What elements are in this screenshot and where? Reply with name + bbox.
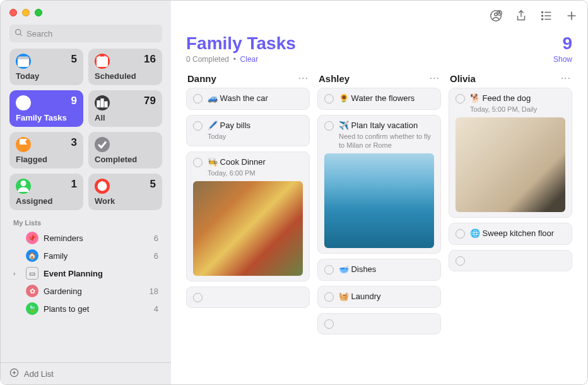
main-content: Family Tasks 9 0 Completed • Clear Show … <box>171 1 587 384</box>
list-header: Family Tasks 9 <box>171 31 587 55</box>
list-count: 18 <box>150 287 158 296</box>
reminder-card[interactable]: 🌐 Sweep kitchen floor <box>449 223 572 245</box>
list-title: Family Tasks <box>186 33 296 54</box>
share-people-icon[interactable] <box>489 9 503 23</box>
smart-card-assigned[interactable]: 1 Assigned <box>9 174 83 210</box>
search-input[interactable]: Search <box>9 25 162 42</box>
list-name: Reminders <box>44 234 149 243</box>
smart-card-today[interactable]: 5 Today <box>9 49 83 85</box>
reminder-card[interactable]: 🧺 Laundry <box>317 286 441 308</box>
scheduled-icon <box>95 54 110 69</box>
reminder-checkbox[interactable] <box>456 94 465 104</box>
reminder-card[interactable] <box>186 287 310 308</box>
smart-card-work[interactable]: 5 Work <box>88 174 162 210</box>
reminder-subtitle: Today, 6:00 PM <box>208 169 303 177</box>
reminder-card[interactable]: 🌻 Water the flowers <box>317 88 441 110</box>
smart-count: 79 <box>144 95 156 107</box>
reminder-card[interactable] <box>449 250 572 271</box>
smart-count: 5 <box>71 53 77 66</box>
reminder-card[interactable]: 🖊️ Pay billsToday <box>186 115 310 146</box>
close-window-button[interactable] <box>9 9 17 16</box>
reminder-checkbox[interactable] <box>324 121 334 131</box>
list-count: 6 <box>154 234 158 243</box>
smart-lists-grid: 5 Today 16 Scheduled 9 Family Tasks 79 A… <box>1 49 171 210</box>
reminder-card[interactable]: 🥣 Dishes <box>317 259 441 281</box>
list-item[interactable]: 📌Reminders6 <box>4 229 167 247</box>
clear-button[interactable]: Clear <box>240 55 259 64</box>
group-name: Event Planning <box>44 269 158 278</box>
smart-card-scheduled[interactable]: 16 Scheduled <box>88 49 162 85</box>
list-view-icon[interactable] <box>539 9 553 23</box>
reminder-title: 🧑‍🍳 Cook Dinner <box>208 157 266 168</box>
add-list-button[interactable]: Add List <box>1 362 171 384</box>
list-item[interactable]: ✿Gardening18 <box>4 282 167 300</box>
reminder-checkbox[interactable] <box>324 292 334 302</box>
reminder-checkbox[interactable] <box>193 121 203 131</box>
svg-line-1 <box>20 34 21 35</box>
reminder-card[interactable]: ✈️ Plan Italy vacationNeed to confirm wh… <box>317 115 441 254</box>
list-item[interactable]: 🏠Family6 <box>4 247 167 264</box>
reminder-title: 🚙 Wash the car <box>208 93 268 104</box>
reminder-title: 🧺 Laundry <box>339 292 381 302</box>
smart-label: Scheduled <box>95 71 136 81</box>
share-icon[interactable] <box>514 9 528 23</box>
smart-card-family[interactable]: 9 Family Tasks <box>9 90 83 127</box>
smart-count: 9 <box>71 95 77 107</box>
column-more-icon[interactable]: ··· <box>430 73 440 84</box>
reminder-checkbox[interactable] <box>193 293 203 302</box>
list-icon: 🏠 <box>26 249 38 262</box>
toolbar <box>171 1 587 31</box>
column-title: Ashley <box>319 73 350 84</box>
smart-card-all[interactable]: 79 All <box>88 90 162 127</box>
reminder-card[interactable]: 🐕 Feed the dogToday, 5:00 PM, Daily <box>449 88 572 218</box>
reminder-image <box>193 181 303 276</box>
reminder-card[interactable]: 🚙 Wash the car <box>186 88 310 110</box>
reminder-checkbox[interactable] <box>324 265 334 275</box>
show-button[interactable]: Show <box>553 55 572 64</box>
reminder-title: 🥣 Dishes <box>339 264 376 275</box>
list-icon: ✿ <box>26 285 38 297</box>
smart-count: 3 <box>71 136 77 149</box>
reminder-title: 🖊️ Pay bills <box>208 121 250 131</box>
list-name: Family <box>44 251 149 261</box>
add-reminder-icon[interactable] <box>565 9 579 23</box>
smart-label: Today <box>16 71 39 81</box>
minimize-window-button[interactable] <box>22 9 30 16</box>
reminder-checkbox[interactable] <box>324 319 334 329</box>
reminder-image <box>324 153 434 248</box>
svg-rect-4 <box>97 57 108 68</box>
search-placeholder: Search <box>26 29 52 38</box>
lists-section: My Lists 📌Reminders6🏠Family6 › ▭ Event P… <box>1 210 171 362</box>
reminder-image <box>456 117 565 212</box>
maximize-window-button[interactable] <box>35 9 42 16</box>
list-icon: 🍃 <box>26 302 38 315</box>
smart-count: 16 <box>144 53 156 66</box>
reminder-checkbox[interactable] <box>324 94 334 104</box>
smart-label: All <box>95 113 105 122</box>
my-lists-header: My Lists <box>4 216 167 229</box>
work-icon <box>95 179 110 194</box>
reminder-card[interactable]: 🧑‍🍳 Cook DinnerToday, 6:00 PM <box>186 151 310 281</box>
column: Ashley···🌻 Water the flowers✈️ Plan Ital… <box>317 70 441 378</box>
reminder-checkbox[interactable] <box>193 94 203 104</box>
list-group-event-planning[interactable]: › ▭ Event Planning <box>4 264 167 282</box>
reminder-checkbox[interactable] <box>456 256 465 266</box>
list-item[interactable]: 🍃Plants to get4 <box>4 300 167 317</box>
reminder-card[interactable] <box>317 313 441 335</box>
completed-count: 0 Completed <box>186 55 229 64</box>
reminder-title: 🌻 Water the flowers <box>339 93 415 104</box>
smart-card-completed[interactable]: Completed <box>88 132 162 169</box>
smart-label: Work <box>95 196 115 206</box>
column-more-icon[interactable]: ··· <box>561 73 571 84</box>
reminder-subtitle: Today <box>208 132 303 141</box>
smart-card-flagged[interactable]: 3 Flagged <box>9 132 83 169</box>
family-icon <box>16 95 31 110</box>
assigned-icon <box>16 179 31 194</box>
column-more-icon[interactable]: ··· <box>298 73 309 84</box>
titlebar <box>1 1 171 25</box>
reminder-checkbox[interactable] <box>193 158 203 167</box>
plus-circle-icon <box>9 368 19 379</box>
today-icon <box>16 54 31 69</box>
reminder-checkbox[interactable] <box>456 229 465 239</box>
column-header: Ashley··· <box>317 70 441 88</box>
